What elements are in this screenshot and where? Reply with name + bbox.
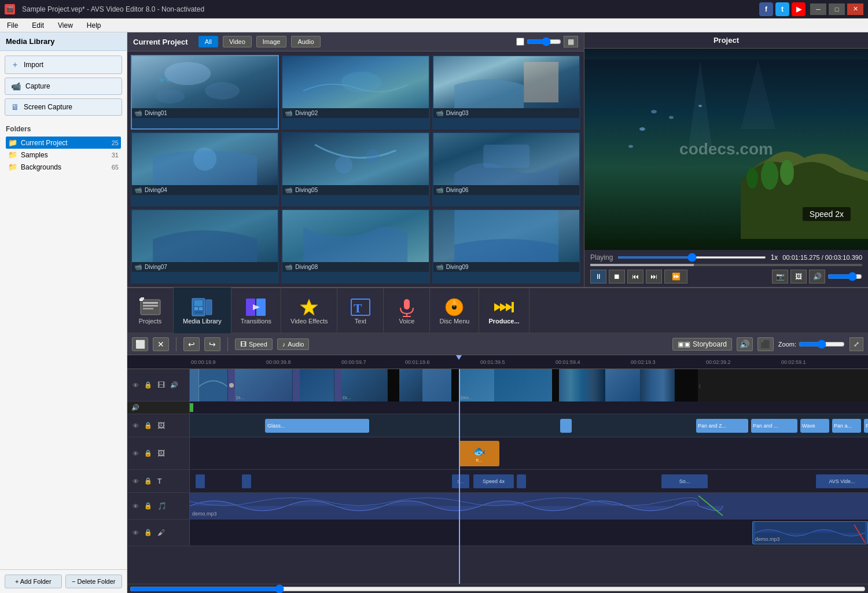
timeline-scroll-slider[interactable] <box>130 584 866 594</box>
minimize-button[interactable]: ─ <box>810 3 826 15</box>
screen-capture-button[interactable]: 🖥 Screen Capture <box>5 98 122 116</box>
ruler-mark-7: 00:02:39.2 <box>706 359 731 365</box>
overlay-track-row: 👁 🔒 🖼 🐟 fi... <box>127 437 868 470</box>
menu-edit[interactable]: Edit <box>30 20 46 31</box>
extra-track-content[interactable]: demo.mp3 <box>190 520 868 546</box>
audio-button[interactable]: ♪ Audio <box>277 338 310 350</box>
music-track-icon: 🎵 <box>155 500 169 511</box>
effects-track-content[interactable]: Glass... Pan and Z... Pan and ... Wave <box>190 414 868 437</box>
filter-all-button[interactable]: All <box>198 36 218 47</box>
screenshot-button[interactable]: 🖼 <box>790 270 807 283</box>
maximize-button[interactable]: □ <box>829 3 845 15</box>
speed-slider[interactable] <box>617 256 766 259</box>
music-visibility-button[interactable]: 👁 <box>130 500 141 512</box>
undo-button[interactable]: ↩ <box>183 337 200 351</box>
media-thumb-diving05[interactable]: 📹 Diving05 <box>281 132 429 207</box>
close-button[interactable]: ✕ <box>847 3 863 15</box>
tool-media-library[interactable]: Media Library <box>174 288 231 334</box>
close-timeline-button[interactable]: ✕ <box>153 337 169 351</box>
loop-button[interactable]: ⏩ <box>664 270 687 283</box>
video-track-content[interactable]: Di... Di... <box>190 369 868 402</box>
folder-current-project[interactable]: 📁 Current Project 25 <box>6 137 121 149</box>
thumb-image-diving07 <box>132 210 278 262</box>
tool-transitions[interactable]: Transitions <box>231 288 281 334</box>
video-visibility-button[interactable]: 👁 <box>130 380 141 391</box>
speed-button[interactable]: 🎞 Speed <box>235 338 273 350</box>
media-thumb-diving06[interactable]: 📹 Diving06 <box>432 132 580 207</box>
next-button[interactable]: ⏭ <box>646 270 662 283</box>
search-checkbox[interactable] <box>516 38 524 46</box>
music-lock-button[interactable]: 🔒 <box>142 500 154 512</box>
audio-track-button[interactable]: 🔊 <box>737 337 753 351</box>
folder-backgrounds[interactable]: 📁 Backgrounds 65 <box>6 161 121 173</box>
ruler-mark-1: 00:00:39.8 <box>266 359 291 365</box>
media-thumb-diving09[interactable]: 📹 Diving09 <box>432 209 580 283</box>
filter-audio-button[interactable]: Audio <box>291 36 320 47</box>
volume-slider[interactable] <box>827 270 862 283</box>
media-thumb-diving07[interactable]: 📹 Diving07 <box>131 209 279 283</box>
video-lock-button[interactable]: 🔒 <box>142 380 154 391</box>
text-track-controls: 👁 🔒 T <box>127 470 190 492</box>
import-button[interactable]: ＋ Import <box>5 56 122 74</box>
tool-produce[interactable]: Produce... <box>479 288 529 334</box>
text-lock-button[interactable]: 🔒 <box>142 476 154 487</box>
svg-rect-44 <box>512 302 514 312</box>
delete-folder-button[interactable]: − Delete Folder <box>65 574 123 588</box>
folders-section: Folders 📁 Current Project 25 📁 Samples 3… <box>0 120 127 178</box>
filter-image-button[interactable]: Image <box>256 36 287 47</box>
grid-view-button[interactable]: ▦ <box>564 36 578 47</box>
music-track-content[interactable]: demo.mp3 <box>190 493 868 519</box>
vaudio-vol-button[interactable]: 🔊 <box>130 402 141 414</box>
media-thumb-diving01[interactable]: 🐦🐦 📹 Diving01 <box>131 55 279 130</box>
add-folder-button[interactable]: + Add Folder <box>5 574 62 588</box>
youtube-icon[interactable]: ▶ <box>792 2 806 16</box>
tool-disc-menu[interactable]: Disc Menu <box>430 288 479 334</box>
media-thumb-diving08[interactable]: 📹 Diving08 <box>281 209 429 283</box>
media-thumb-diving04[interactable]: 📹 Diving04 <box>131 132 279 207</box>
tool-text[interactable]: T Text <box>337 288 384 334</box>
capture-button[interactable]: 📹 Capture <box>5 78 122 95</box>
tool-projects[interactable]: Projects <box>127 288 174 334</box>
effects-visibility-button[interactable]: 👁 <box>130 420 141 432</box>
text-track-content[interactable]: S... Speed 4x So... AVS Vide... <box>190 470 868 492</box>
thumb-name-diving04: Diving04 <box>145 187 167 193</box>
main-layout: Media Library ＋ Import 📹 Capture 🖥 Scree… <box>0 32 868 593</box>
select-tool-button[interactable]: ⬜ <box>132 337 148 351</box>
storyboard-toggle[interactable]: ▣▣ Storyboard <box>672 338 732 351</box>
facebook-icon[interactable]: f <box>759 2 773 16</box>
pause-button[interactable]: ⏸ <box>590 270 606 283</box>
size-slider[interactable] <box>527 37 561 46</box>
overlay-visibility-button[interactable]: 👁 <box>130 448 141 459</box>
video-type-icon-8: 📹 <box>285 263 293 271</box>
thumb-svg-diving09 <box>433 210 579 262</box>
video-audio-button[interactable]: 🔊 <box>168 380 180 391</box>
filter-video-button[interactable]: Video <box>223 36 252 47</box>
snapshot-button[interactable]: 📷 <box>772 270 788 283</box>
effects-lock-button[interactable]: 🔒 <box>142 420 154 432</box>
zoom-slider[interactable] <box>799 340 845 349</box>
text-visibility-button[interactable]: 👁 <box>130 476 141 487</box>
tool-voice[interactable]: Voice <box>384 288 430 334</box>
prev-button[interactable]: ⏮ <box>627 270 643 283</box>
track-settings-button[interactable]: ⬛ <box>757 337 774 351</box>
media-thumb-diving03[interactable]: 📹 Diving03 <box>432 55 580 130</box>
menu-file[interactable]: File <box>5 20 20 31</box>
overlay-lock-button[interactable]: 🔒 <box>142 448 154 459</box>
video-type-icon-3: 📹 <box>436 109 444 117</box>
menu-view[interactable]: View <box>56 20 75 31</box>
video-audio-track-content[interactable] <box>190 402 868 414</box>
redo-button[interactable]: ↪ <box>204 337 220 351</box>
extra-lock-button[interactable]: 🔒 <box>142 527 154 539</box>
zoom-control: Zoom: <box>778 340 845 349</box>
overlay-track-content[interactable]: 🐟 fi... <box>190 437 868 469</box>
volume-button[interactable]: 🔊 <box>809 270 825 283</box>
twitter-icon[interactable]: t <box>775 2 789 16</box>
menu-help[interactable]: Help <box>84 20 104 31</box>
extra-visibility-button[interactable]: 👁 <box>130 527 141 539</box>
tool-video-effects[interactable]: Video Effects <box>281 288 337 334</box>
fullscreen-button[interactable]: ⤢ <box>849 337 863 351</box>
media-thumb-diving02[interactable]: 📹 Diving02 <box>281 55 429 130</box>
stop-button[interactable]: ⏹ <box>609 270 625 283</box>
preview-progress-bar[interactable] <box>590 264 862 266</box>
folder-samples[interactable]: 📁 Samples 31 <box>6 149 121 161</box>
